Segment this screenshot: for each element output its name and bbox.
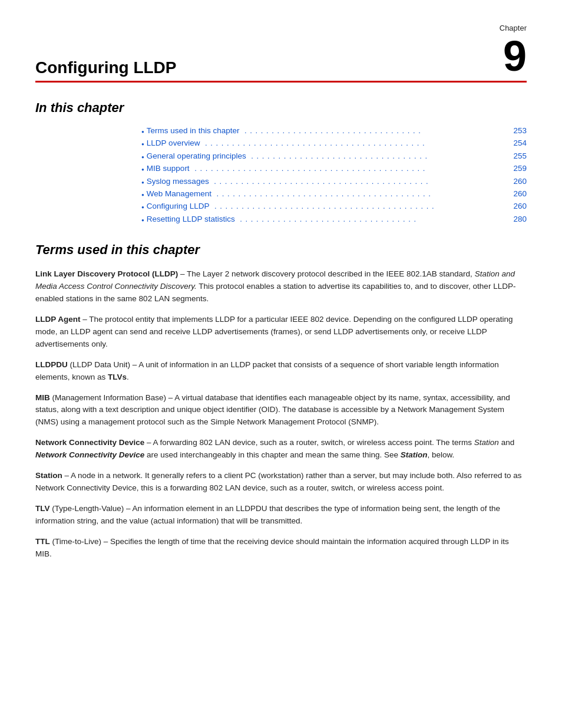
toc-link-general[interactable]: General operating principles — [147, 151, 246, 160]
toc-page-general: 255 — [511, 151, 527, 160]
term-lldpdu: LLDPDU (LLDP Data Unit) – A unit of info… — [35, 359, 527, 384]
toc-page-reset: 280 — [511, 215, 527, 223]
toc-link-syslog[interactable]: Syslog messages — [147, 177, 209, 186]
toc-dots: . . . . . . . . . . . . . . . . . . . . … — [192, 164, 509, 173]
term-tlv: TLV (Type-Length-Value) – An information… — [35, 503, 527, 528]
toc-page-web: 260 — [511, 189, 527, 198]
toc-item-web[interactable]: ● Web Management . . . . . . . . . . . .… — [141, 189, 527, 199]
term-ttl: TTL (Time-to-Live) – Specifies the lengt… — [35, 536, 527, 561]
toc-dots: . . . . . . . . . . . . . . . . . . . . … — [211, 177, 509, 186]
term-station: Station – A node in a network. It genera… — [35, 470, 527, 495]
toc-bullet: ● — [141, 128, 144, 136]
term-lldp-agent-body: – The protocol entity that implements LL… — [35, 315, 513, 348]
term-station-name: Station — [35, 471, 62, 480]
term-tlv-name: TLV — [35, 504, 50, 513]
toc-link-config[interactable]: Configuring LLDP — [147, 202, 210, 210]
term-lldp-agent: LLDP Agent – The protocol entity that im… — [35, 314, 527, 351]
term-lldp-agent-name: LLDP Agent — [35, 315, 81, 324]
toc-page-mib: 259 — [511, 164, 527, 173]
toc-item-general[interactable]: ● General operating principles . . . . .… — [141, 151, 527, 162]
chapter-label: Chapter — [35, 24, 527, 32]
toc-item-overview[interactable]: ● LLDP overview . . . . . . . . . . . . … — [141, 139, 527, 149]
toc-item-mib[interactable]: ● MIB support . . . . . . . . . . . . . … — [141, 164, 527, 174]
toc-link-terms[interactable]: Terms used in this chapter — [147, 126, 240, 135]
toc-item-reset[interactable]: ● Resetting LLDP statistics . . . . . . … — [141, 215, 527, 225]
toc-bullet: ● — [141, 179, 144, 187]
in-this-chapter-section: In this chapter ● Terms used in this cha… — [35, 100, 527, 225]
toc-link-overview[interactable]: LLDP overview — [147, 139, 200, 147]
term-lldp-name: Link Layer Discovery Protocol (LLDP) — [35, 269, 178, 278]
toc-bullet: ● — [141, 166, 144, 174]
toc-item-syslog[interactable]: ● Syslog messages . . . . . . . . . . . … — [141, 177, 527, 187]
toc-dots: . . . . . . . . . . . . . . . . . . . . … — [249, 151, 509, 160]
toc-link-web[interactable]: Web Management — [147, 189, 211, 198]
toc-dots: . . . . . . . . . . . . . . . . . . . . … — [214, 189, 509, 198]
chapter-title: Configuring LLDP — [35, 58, 177, 77]
toc-item-terms[interactable]: ● Terms used in this chapter . . . . . .… — [141, 126, 527, 136]
term-lldpdu-body: (LLDP Data Unit) – A unit of information… — [35, 360, 499, 381]
in-this-chapter-heading: In this chapter — [35, 100, 527, 116]
toc-dots: . . . . . . . . . . . . . . . . . . . . … — [237, 215, 509, 223]
term-mib-body: (Management Information Base) – A virtua… — [35, 393, 510, 427]
term-tlv-body: (Type-Length-Value) – An information ele… — [35, 504, 500, 525]
toc-page-config: 260 — [511, 202, 527, 210]
terms-heading: Terms used in this chapter — [35, 242, 527, 258]
term-station-body: – A node in a network. It generally refe… — [35, 471, 521, 492]
terms-section: Terms used in this chapter Link Layer Di… — [35, 242, 527, 561]
toc-link-reset[interactable]: Resetting LLDP statistics — [147, 215, 235, 223]
toc-dots: . . . . . . . . . . . . . . . . . . . . … — [211, 202, 508, 210]
chapter-number: 9 — [503, 35, 527, 77]
toc-page-syslog: 260 — [511, 177, 527, 186]
toc-item-config[interactable]: ● Configuring LLDP . . . . . . . . . . .… — [141, 202, 527, 212]
toc-dots: . . . . . . . . . . . . . . . . . . . . … — [202, 139, 508, 147]
toc-bullet: ● — [141, 140, 144, 149]
term-ttl-body: (Time-to-Live) – Specifies the length of… — [35, 537, 509, 558]
toc-link-mib[interactable]: MIB support — [147, 164, 190, 173]
term-network-connectivity-name: Network Connectivity Device — [35, 438, 144, 447]
term-mib: MIB (Management Information Base) – A vi… — [35, 392, 527, 429]
toc-dots: . . . . . . . . . . . . . . . . . . . . … — [242, 126, 508, 135]
toc: ● Terms used in this chapter . . . . . .… — [141, 126, 527, 225]
term-ttl-name: TTL — [35, 537, 50, 546]
term-mib-name: MIB — [35, 393, 50, 402]
toc-bullet: ● — [141, 216, 144, 225]
toc-bullet: ● — [141, 153, 144, 162]
toc-bullet: ● — [141, 191, 144, 199]
toc-page-overview: 254 — [511, 139, 527, 147]
toc-page-terms: 253 — [511, 126, 527, 135]
toc-bullet: ● — [141, 203, 144, 212]
term-lldp: Link Layer Discovery Protocol (LLDP) – T… — [35, 268, 527, 305]
term-lldpdu-name: LLDPDU — [35, 360, 68, 369]
term-network-connectivity: Network Connectivity Device – A forwardi… — [35, 437, 527, 462]
